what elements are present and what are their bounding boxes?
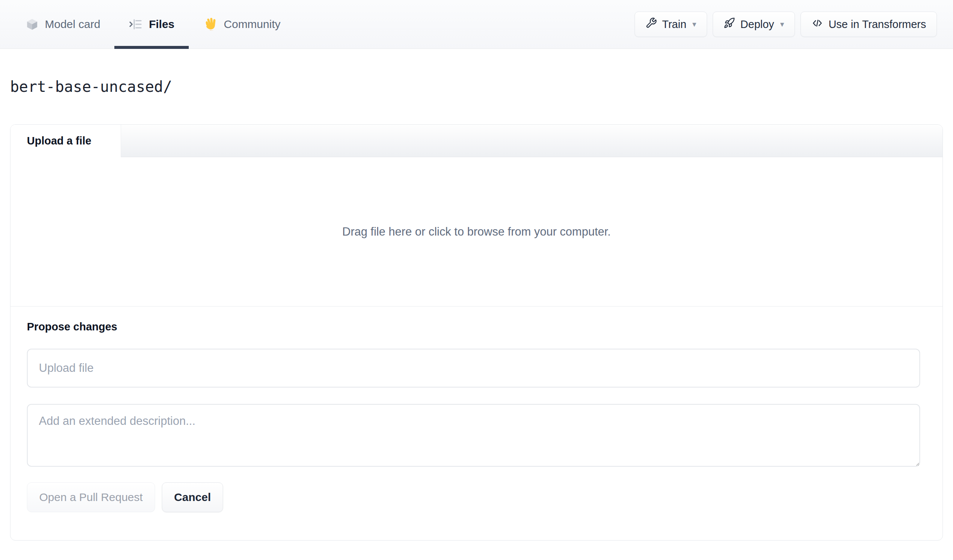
- code-icon: [811, 17, 823, 32]
- wrench-icon: [646, 17, 657, 31]
- deploy-button-label: Deploy: [740, 18, 774, 31]
- upload-filename-input[interactable]: [27, 349, 920, 388]
- caret-down-icon: ▾: [692, 20, 697, 29]
- tab-upload-a-file[interactable]: Upload a file: [11, 125, 121, 157]
- tabbar-filler: [121, 125, 942, 157]
- repo-actions: Train ▾ Deploy ▾: [635, 0, 953, 48]
- tab-model-card[interactable]: Model card: [11, 0, 114, 48]
- extended-description-textarea[interactable]: [27, 404, 920, 467]
- tab-community-label: Community: [224, 18, 281, 31]
- use-in-transformers-label: Use in Transformers: [829, 18, 926, 31]
- train-button-label: Train: [662, 18, 686, 31]
- panel-tabbar: Upload a file: [11, 125, 942, 157]
- dropzone-hint-text: Drag file here or click to browse from y…: [342, 225, 611, 238]
- deploy-button[interactable]: Deploy ▾: [713, 12, 795, 37]
- tab-upload-a-file-label: Upload a file: [27, 135, 91, 147]
- top-navigation-bar: Model card Files: [0, 0, 953, 49]
- cancel-button[interactable]: Cancel: [162, 482, 223, 512]
- tab-files[interactable]: Files: [114, 0, 188, 48]
- tab-community[interactable]: Community: [189, 0, 295, 48]
- waving-hand-emoji: [203, 17, 218, 32]
- form-actions: Open a Pull Request Cancel: [27, 482, 926, 512]
- train-button[interactable]: Train ▾: [635, 12, 708, 37]
- use-in-transformers-button[interactable]: Use in Transformers: [801, 12, 937, 37]
- cube-icon: [25, 17, 39, 31]
- upload-file-panel: Upload a file Drag file here or click to…: [10, 124, 943, 541]
- breadcrumb-repo-path[interactable]: bert-base-uncased/: [10, 78, 172, 95]
- file-dropzone[interactable]: Drag file here or click to browse from y…: [11, 157, 942, 306]
- tab-files-label: Files: [149, 18, 174, 31]
- propose-changes-heading: Propose changes: [27, 321, 926, 333]
- caret-down-icon: ▾: [780, 20, 784, 29]
- breadcrumb: bert-base-uncased/: [10, 78, 943, 95]
- rocket-icon: [723, 17, 735, 31]
- files-list-icon: [129, 17, 143, 31]
- tab-model-card-label: Model card: [45, 18, 100, 31]
- repo-tabs: Model card Files: [0, 0, 295, 48]
- open-pull-request-button[interactable]: Open a Pull Request: [27, 482, 155, 512]
- propose-changes-section: Propose changes Open a Pull Request Canc…: [11, 306, 942, 527]
